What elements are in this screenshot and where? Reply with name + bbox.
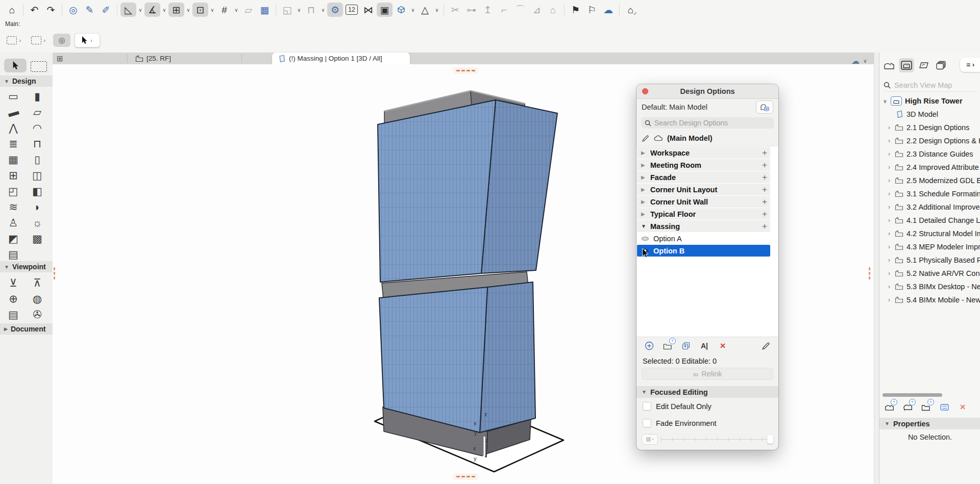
- rename-button[interactable]: A|: [699, 340, 710, 351]
- design-options-search-input[interactable]: Search Design Options: [641, 117, 774, 129]
- option-set-row[interactable]: ▶ Meeting Room +: [637, 159, 770, 171]
- pick-parameters-button[interactable]: ✎: [82, 3, 97, 17]
- tree-folder[interactable]: › 2.1 Design Options: [879, 121, 980, 134]
- tree-folder[interactable]: › 3.2 Additional Improveme: [879, 200, 980, 214]
- focused-editing-header[interactable]: ▼ Focused Editing: [636, 386, 778, 398]
- mesh-tool[interactable]: ≋: [3, 200, 23, 214]
- view-map-button[interactable]: [899, 58, 914, 72]
- chevron-down-icon[interactable]: ∨: [320, 3, 327, 17]
- trace-reference-button[interactable]: ◱: [279, 3, 295, 17]
- marquee-presets-button[interactable]: ›: [4, 34, 24, 47]
- expand-icon[interactable]: ▶: [641, 199, 646, 205]
- section-marker-right[interactable]: [869, 267, 870, 279]
- camera-tool[interactable]: ✇: [27, 308, 47, 322]
- curtain-wall-tool[interactable]: ▦: [3, 152, 23, 167]
- tree-folder[interactable]: › 5.4 BIMx Mobile - New Fe: [879, 293, 980, 307]
- arrow-select-tool[interactable]: [4, 59, 27, 72]
- add-option-icon[interactable]: +: [762, 185, 767, 195]
- lamp-tool[interactable]: ☼: [27, 216, 47, 230]
- duplicate-option-button[interactable]: [680, 340, 692, 351]
- edit-option-button[interactable]: [760, 340, 771, 351]
- project-check-button[interactable]: ⌂ ✓: [623, 3, 639, 17]
- layout-book-button[interactable]: [916, 58, 932, 72]
- detail-tool[interactable]: ▤: [3, 308, 23, 322]
- palette-title-bar[interactable]: Design Options: [636, 84, 778, 99]
- navigator-menu-button[interactable]: ≡ ›: [960, 58, 980, 72]
- add-option-icon[interactable]: +: [762, 197, 767, 207]
- find-select-button[interactable]: ◎: [65, 3, 81, 17]
- adjust-button[interactable]: ⊶: [463, 3, 479, 17]
- home-story-button[interactable]: ⌂: [545, 3, 561, 17]
- chevron-right-icon[interactable]: ›: [887, 296, 892, 303]
- flag-button[interactable]: ⚑: [568, 3, 583, 17]
- chevron-down-icon[interactable]: ∨: [161, 3, 168, 17]
- worksheet-tool[interactable]: ◍: [27, 292, 47, 306]
- transform-box-toggle[interactable]: ▣: [377, 3, 393, 17]
- marquee-tool[interactable]: [31, 61, 47, 72]
- option-set-settings-button[interactable]: [756, 100, 773, 114]
- fade-preview-button[interactable]: ›: [642, 434, 658, 445]
- attached-tool-toggle[interactable]: ◎: [53, 34, 70, 47]
- editing-plane-button[interactable]: ▱: [240, 3, 256, 17]
- tree-item-root[interactable]: ∨ High Rise Tower: [879, 94, 980, 108]
- expand-icon[interactable]: ▶: [641, 150, 646, 156]
- tracker-toggle[interactable]: ⚙: [327, 3, 343, 17]
- stretch-button[interactable]: ⋈: [360, 3, 376, 17]
- chevron-down-icon[interactable]: ∨: [137, 3, 144, 17]
- view-map-search-input[interactable]: Search View Map: [884, 79, 977, 92]
- chevron-down-icon[interactable]: ∨: [409, 3, 416, 17]
- properties-header[interactable]: ▼ Properties: [879, 418, 980, 429]
- option-row-b[interactable]: Option B: [637, 245, 770, 257]
- section-marker-top[interactable]: [453, 67, 478, 74]
- grid-element-tool[interactable]: ▩: [27, 232, 47, 246]
- chevron-right-icon[interactable]: ›: [887, 164, 892, 171]
- interior-elevation-tool[interactable]: ⊕: [3, 292, 23, 306]
- grid-snap-toggle[interactable]: #: [216, 3, 232, 17]
- chevron-right-icon[interactable]: ›: [887, 243, 892, 250]
- chevron-right-icon[interactable]: ›: [887, 124, 892, 131]
- new-folder-button[interactable]: +: [920, 401, 932, 413]
- chevron-right-icon[interactable]: ›: [887, 257, 892, 264]
- delete-option-button[interactable]: ×: [717, 340, 728, 351]
- add-option-icon[interactable]: +: [762, 209, 767, 219]
- option-row-a[interactable]: Option A: [637, 233, 770, 244]
- chevron-down-icon[interactable]: ∨: [883, 98, 888, 104]
- section-marker-left[interactable]: [54, 267, 55, 279]
- snap-guides-toggle[interactable]: ∡: [144, 3, 160, 17]
- slab-tool[interactable]: ▱: [27, 105, 47, 119]
- resize-button[interactable]: ⊿: [529, 3, 545, 17]
- option-set-row[interactable]: ▶ Workspace +: [637, 147, 770, 159]
- axonometry-button[interactable]: [393, 3, 409, 17]
- delete-view-button[interactable]: ×: [957, 401, 968, 413]
- slider-handle[interactable]: [767, 435, 773, 444]
- home-button[interactable]: ⌂: [4, 3, 20, 17]
- tree-folder[interactable]: › 4.2 Structural Model Imp: [879, 227, 980, 240]
- navigator-grid-button[interactable]: ⊞: [57, 54, 63, 63]
- new-option-set-button[interactable]: +: [662, 340, 673, 351]
- auto-dimension-toggle[interactable]: ⊡: [192, 3, 208, 17]
- option-set-row[interactable]: ▶ Corner Unit Wall +: [637, 196, 770, 208]
- publisher-button[interactable]: [934, 58, 949, 72]
- clone-view-button[interactable]: +: [902, 401, 913, 413]
- arrow-tool-button[interactable]: ›: [75, 33, 100, 47]
- beam-tool[interactable]: ▬: [2, 103, 25, 122]
- chevron-down-icon[interactable]: ∨: [185, 3, 192, 17]
- tree-item-3d-model[interactable]: 3D Model: [879, 108, 980, 121]
- chevron-right-icon[interactable]: ›: [887, 283, 892, 290]
- align-button[interactable]: ↥: [480, 3, 496, 17]
- door-tool[interactable]: ▯: [27, 152, 47, 167]
- chevron-right-icon[interactable]: ›: [887, 177, 892, 184]
- view-settings-button[interactable]: [939, 401, 950, 413]
- fade-environment-checkbox[interactable]: [643, 419, 651, 427]
- add-option-icon[interactable]: +: [762, 172, 767, 183]
- tree-folder[interactable]: › 5.3 BIMx Desktop - New: [879, 280, 980, 293]
- expand-icon[interactable]: ▶: [641, 211, 646, 217]
- panel-tool[interactable]: ▤: [3, 247, 23, 262]
- option-set-row[interactable]: ▶ Corner Unit Layout +: [637, 184, 770, 195]
- selection-presets-button[interactable]: ›: [29, 34, 49, 47]
- stair-tool[interactable]: ≣: [3, 137, 23, 151]
- tree-horizontal-scrollbar[interactable]: [883, 393, 942, 397]
- shell-tool[interactable]: ◠: [27, 121, 47, 135]
- railing-tool[interactable]: ⊓: [27, 137, 47, 151]
- tree-folder[interactable]: › 2.3 Distance Guides: [879, 147, 980, 161]
